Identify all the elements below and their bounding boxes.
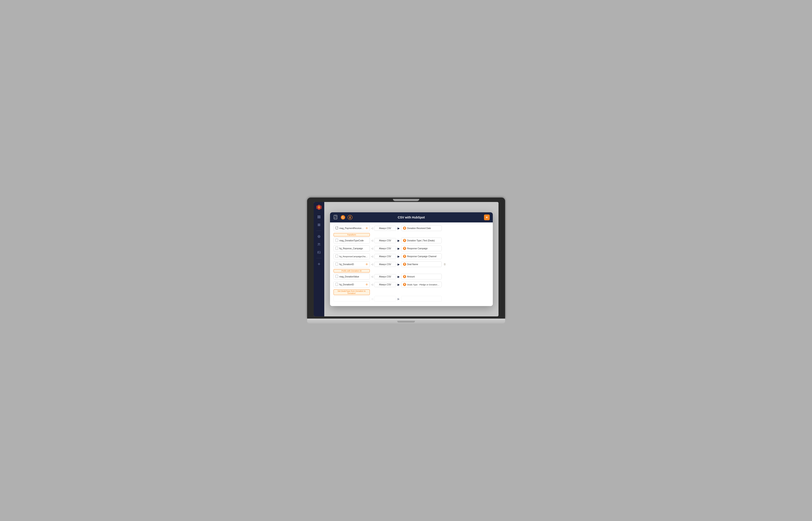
svg-point-23 xyxy=(404,227,405,228)
modal-body: mag_PaymentReceivedDate ⚙ ◁ Always CSV xyxy=(330,222,493,306)
source-gear-icon-1[interactable]: ⚙ xyxy=(366,227,368,230)
hs-dest-icon-6 xyxy=(403,275,406,278)
dest-text-2: Donation Type | Text (Deals) xyxy=(407,240,435,242)
sidebar-item-grid[interactable] xyxy=(316,214,322,220)
svg-point-11 xyxy=(318,243,319,245)
arrow-left-8: ◁ xyxy=(371,297,373,300)
svg-rect-25 xyxy=(404,228,405,229)
svg-rect-7 xyxy=(318,224,320,224)
sidebar xyxy=(314,202,324,316)
sidebar-item-image[interactable] xyxy=(316,249,322,255)
source-field-icon-4 xyxy=(335,254,338,258)
dest-field-4: Response Campaign Channel xyxy=(401,253,442,259)
arrow-left-4: ◁ xyxy=(371,255,373,258)
source-field-icon-7 xyxy=(335,283,338,286)
csv-doc-icon: CSV xyxy=(333,214,339,220)
sidebar-item-add[interactable] xyxy=(316,261,322,267)
modal-header: CSV xyxy=(330,212,493,222)
app-logo xyxy=(316,204,322,210)
mapping-row-wrapper-2: mag_DonationTypeCode ◁ Always CSV xyxy=(333,237,489,244)
transform-label-7: Set DealsType from Donation to 'Donation… xyxy=(338,290,366,294)
dest-field-1: Donation Received Date xyxy=(401,225,442,231)
svg-rect-37 xyxy=(404,264,404,265)
arrow-left-5: ◁ xyxy=(371,263,373,266)
mapping-row-3: fuj_Reponse_Campaign ◁ Always CSV xyxy=(333,245,489,251)
condition-text-1: Always CSV xyxy=(379,227,391,229)
condition-box-1: Always CSV xyxy=(374,226,396,231)
hubspot-icon xyxy=(347,214,353,220)
laptop-screen: CSV xyxy=(314,202,498,316)
dest-text-7: Deals Type - Pledge or Donation | T... xyxy=(407,284,440,286)
mapping-row-wrapper-5: fuj_DonationID ⚙ ◁ Always CSV xyxy=(333,261,489,273)
source-gear-icon-5[interactable]: ⚙ xyxy=(366,263,368,266)
mapping-row-wrapper-4: fuj_ResponseCampaignChannel ◁ Always CSV xyxy=(333,253,489,259)
sidebar-item-list[interactable] xyxy=(316,222,322,228)
condition-box-2: Always CSV xyxy=(374,238,396,243)
svg-rect-28 xyxy=(404,241,404,241)
main-content: CSV xyxy=(324,202,498,316)
source-field-text-2: mag_DonationTypeCode xyxy=(340,240,364,242)
svg-rect-6 xyxy=(319,217,320,218)
delete-icon-5[interactable]: 🗑 xyxy=(443,262,447,266)
svg-rect-8 xyxy=(318,225,320,225)
hs-dest-icon-7 xyxy=(403,283,406,286)
source-field-text-1: mag_PaymentReceivedDate xyxy=(340,227,365,229)
mapping-row-2: mag_DonationTypeCode ◁ Always CSV xyxy=(333,237,489,244)
svg-rect-41 xyxy=(335,283,338,286)
source-field-2: mag_DonationTypeCode xyxy=(333,237,370,244)
source-field-4: fuj_ResponseCampaignChannel xyxy=(333,253,370,259)
svg-rect-34 xyxy=(404,256,404,257)
svg-rect-26 xyxy=(335,239,338,242)
svg-rect-13 xyxy=(318,251,320,253)
condition-text-3: Always CSV xyxy=(379,247,391,250)
hs-dest-icon-4 xyxy=(403,255,406,258)
mapping-row-wrapper-7: fuj_DonationID ⚙ ◁ Always CSV xyxy=(333,281,489,295)
svg-point-36 xyxy=(404,263,405,264)
svg-rect-32 xyxy=(335,255,338,258)
mapping-row-7: fuj_DonationID ⚙ ◁ Always CSV xyxy=(333,281,489,288)
condition-text-5: Always CSV xyxy=(379,263,391,266)
svg-rect-4 xyxy=(319,216,320,217)
source-field-icon-5 xyxy=(335,263,338,266)
source-gear-icon-7[interactable]: ⚙ xyxy=(366,283,368,286)
source-field-text-4: fuj_ResponseCampaignChannel xyxy=(340,255,368,258)
dest-field-5: Deal Name xyxy=(401,262,442,267)
svg-text:CSV: CSV xyxy=(334,217,337,219)
sidebar-item-globe[interactable] xyxy=(316,233,322,240)
condition-text-2: Always CSV xyxy=(379,240,391,242)
mapping-row-4: fuj_ResponseCampaignChannel ◁ Always CSV xyxy=(333,253,489,259)
source-field-3: fuj_Reponse_Campaign xyxy=(333,245,370,251)
transform-label-5: Prefix with Donation ID xyxy=(342,270,362,272)
mapping-row-wrapper-1: mag_PaymentReceivedDate ⚙ ◁ Always CSV xyxy=(333,225,489,236)
arrow-right-1: ▶ xyxy=(397,227,400,230)
svg-point-33 xyxy=(404,255,405,256)
svg-rect-38 xyxy=(335,275,338,278)
transform-badge-1: Transform xyxy=(333,233,370,236)
svg-point-19 xyxy=(349,216,350,218)
arrow-left-3: ◁ xyxy=(371,247,373,250)
source-field-text-7: fuj_DonationID xyxy=(340,284,365,286)
laptop-notch xyxy=(397,321,415,322)
source-field-8 xyxy=(333,296,370,302)
arrow-right-7: ▶ xyxy=(397,283,400,286)
mapping-row-8: ◁ ▶ xyxy=(333,296,489,302)
svg-rect-35 xyxy=(335,263,338,266)
condition-box-5: Always CSV xyxy=(374,262,396,267)
modal-close-button[interactable]: ✕ xyxy=(484,214,490,220)
laptop-shell: CSV xyxy=(307,198,505,323)
arrow-left-7: ◁ xyxy=(371,283,373,286)
hs-dest-icon-1 xyxy=(403,227,406,230)
arrow-left-2: ◁ xyxy=(371,239,373,242)
dest-text-4: Response Campaign Channel xyxy=(407,255,437,258)
sidebar-item-users[interactable] xyxy=(316,241,322,248)
source-field-icon-2 xyxy=(335,239,338,242)
screen-bezel: CSV xyxy=(307,198,505,319)
svg-rect-31 xyxy=(404,248,404,249)
arrow-left-1: ◁ xyxy=(371,227,373,230)
arrow-right-4: ▶ xyxy=(397,255,400,258)
dest-field-6: Amount xyxy=(401,274,442,279)
condition-box-6: Always CSV xyxy=(374,274,396,279)
source-field-6: mag_DonationValue xyxy=(333,273,370,280)
hs-dest-icon-3 xyxy=(403,247,406,250)
arrow-left-6: ◁ xyxy=(371,275,373,278)
